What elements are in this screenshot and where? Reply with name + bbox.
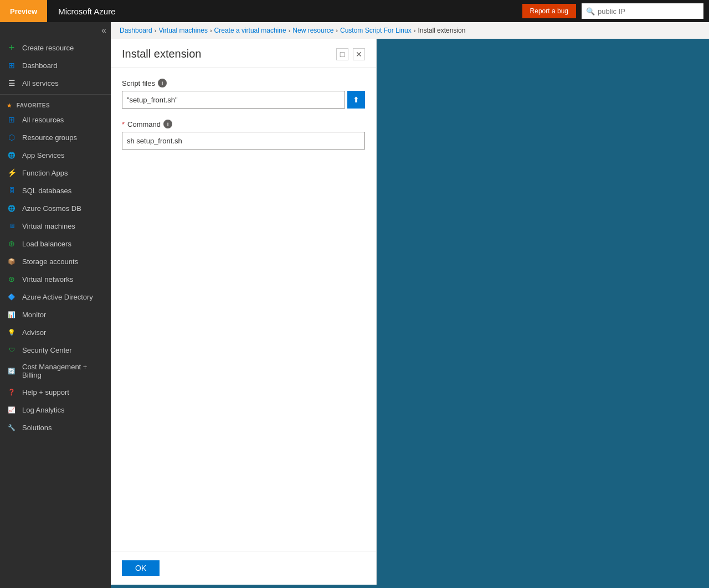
sidebar-item-load-balancers[interactable]: ⊕ Load balancers [0, 235, 111, 252]
main-layout: « + Create resource ⊞ Dashboard ☰ All se… [0, 22, 709, 588]
panel-close-button[interactable]: ✕ [353, 48, 365, 60]
sidebar-item-all-services-label: All services [22, 79, 59, 87]
sidebar-item-cosmos-db[interactable]: 🌐 Azure Cosmos DB [0, 199, 111, 217]
sidebar-item-label: Log Analytics [22, 406, 65, 414]
sidebar-item-storage-accounts[interactable]: 📦 Storage accounts [0, 252, 111, 270]
breadcrumb-virtual-machines[interactable]: Virtual machines [158, 27, 208, 34]
script-files-label: Script files i [122, 79, 365, 87]
sidebar-collapse-button[interactable]: « [0, 22, 111, 39]
sidebar-item-label: Monitor [22, 311, 46, 319]
sidebar-item-advisor[interactable]: 💡 Advisor [0, 323, 111, 341]
sidebar-item-function-apps[interactable]: ⚡ Function Apps [0, 164, 111, 182]
sidebar-item-label: All resources [22, 116, 64, 124]
panel-title: Install extension [122, 48, 201, 60]
breadcrumb-sep-2: › [210, 27, 212, 34]
sidebar-item-label: Azure Active Directory [22, 293, 93, 301]
sidebar-item-label: Cost Management + Billing [22, 363, 104, 379]
panel-minimize-button[interactable]: □ [336, 48, 348, 60]
ok-button[interactable]: OK [122, 560, 160, 576]
function-apps-icon: ⚡ [7, 168, 17, 178]
sidebar-item-dashboard[interactable]: ⊞ Dashboard [0, 56, 111, 74]
script-files-field-group: Script files i ⬆ [122, 79, 365, 109]
sidebar-item-label: Solutions [22, 424, 52, 432]
preview-badge[interactable]: Preview [0, 0, 47, 22]
sidebar-item-label: Load balancers [22, 240, 71, 248]
sidebar-item-label: Help + support [22, 388, 69, 396]
cosmos-db-icon: 🌐 [7, 203, 17, 213]
sidebar-item-all-resources[interactable]: ⊞ All resources [0, 111, 111, 128]
command-input[interactable] [122, 132, 365, 149]
panel-controls: □ ✕ [336, 48, 365, 60]
sidebar-item-monitor[interactable]: 📊 Monitor [0, 306, 111, 323]
right-background [377, 39, 709, 585]
virtual-machines-icon: 🖥 [7, 221, 17, 231]
log-analytics-icon: 📈 [7, 405, 17, 415]
create-resource-icon: + [7, 43, 17, 53]
breadcrumb-dashboard[interactable]: Dashboard [120, 27, 152, 34]
install-extension-panel: Install extension □ ✕ Script files i [111, 39, 377, 585]
sidebar-item-virtual-machines[interactable]: 🖥 Virtual machines [0, 217, 111, 235]
all-resources-icon: ⊞ [7, 115, 17, 125]
topbar: Preview Microsoft Azure Report a bug 🔍 [0, 0, 709, 22]
script-files-input[interactable] [122, 91, 345, 109]
content-area: Dashboard › Virtual machines › Create a … [111, 22, 709, 588]
sidebar-item-label: SQL databases [22, 187, 71, 195]
script-files-input-row: ⬆ [122, 91, 365, 109]
app-services-icon: 🌐 [7, 150, 17, 160]
sql-databases-icon: 🗄 [7, 185, 17, 195]
script-upload-button[interactable]: ⬆ [347, 91, 365, 109]
virtual-networks-icon: ⊛ [7, 274, 17, 284]
storage-accounts-icon: 📦 [7, 256, 17, 266]
breadcrumb-sep-3: › [289, 27, 291, 34]
command-info-icon[interactable]: i [163, 120, 172, 128]
dashboard-icon: ⊞ [7, 60, 17, 70]
breadcrumb-new-resource[interactable]: New resource [292, 27, 333, 34]
sidebar-item-solutions[interactable]: 🔧 Solutions [0, 419, 111, 436]
sidebar-item-label: App Services [22, 151, 65, 159]
sidebar-item-log-analytics[interactable]: 📈 Log Analytics [0, 401, 111, 419]
security-center-icon: 🛡 [7, 345, 17, 355]
sidebar-item-label: Security Center [22, 346, 72, 354]
sidebar-item-dashboard-label: Dashboard [22, 61, 58, 70]
azure-ad-icon: 🔷 [7, 292, 17, 302]
cost-management-icon: 🔄 [7, 366, 17, 376]
sidebar-item-virtual-networks[interactable]: ⊛ Virtual networks [0, 270, 111, 288]
sidebar-item-cost-management[interactable]: 🔄 Cost Management + Billing [0, 359, 111, 383]
sidebar-item-create-resource[interactable]: + Create resource [0, 39, 111, 56]
sidebar-item-create-resource-label: Create resource [22, 44, 74, 52]
required-indicator: * [122, 120, 125, 128]
breadcrumb-sep-1: › [155, 27, 157, 34]
help-support-icon: ❓ [7, 387, 17, 397]
panel-body: Script files i ⬆ * [111, 68, 376, 551]
load-balancers-icon: ⊕ [7, 239, 17, 249]
sidebar-item-security-center[interactable]: 🛡 Security Center [0, 341, 111, 359]
sidebar-item-help-support[interactable]: ❓ Help + support [0, 383, 111, 401]
sidebar-item-sql-databases[interactable]: 🗄 SQL databases [0, 182, 111, 199]
global-search-box[interactable]: 🔍 [582, 3, 703, 19]
sidebar-item-label: Virtual networks [22, 275, 73, 283]
search-input[interactable] [598, 7, 699, 16]
sidebar-item-resource-groups[interactable]: ⬡ Resource groups [0, 128, 111, 146]
sidebar: « + Create resource ⊞ Dashboard ☰ All se… [0, 22, 111, 588]
breadcrumb: Dashboard › Virtual machines › Create a … [111, 22, 709, 39]
solutions-icon: 🔧 [7, 422, 17, 432]
breadcrumb-create-vm[interactable]: Create a virtual machine [214, 27, 286, 34]
sidebar-item-all-services[interactable]: ☰ All services [0, 74, 111, 92]
breadcrumb-custom-script[interactable]: Custom Script For Linux [340, 27, 412, 34]
upload-icon: ⬆ [353, 95, 359, 104]
advisor-icon: 💡 [7, 327, 17, 337]
breadcrumb-current: Install extension [418, 27, 465, 34]
script-files-info-icon[interactable]: i [158, 79, 167, 87]
sidebar-item-label: Function Apps [22, 169, 68, 177]
app-title: Microsoft Azure [47, 7, 126, 16]
sidebar-item-label: Azure Cosmos DB [22, 204, 81, 213]
breadcrumb-sep-4: › [336, 27, 338, 34]
resource-groups-icon: ⬡ [7, 132, 17, 142]
sidebar-item-label: Virtual machines [22, 222, 75, 230]
sidebar-item-app-services[interactable]: 🌐 App Services [0, 146, 111, 164]
panel-header: Install extension □ ✕ [111, 39, 376, 68]
report-bug-button[interactable]: Report a bug [522, 4, 576, 18]
all-services-icon: ☰ [7, 78, 17, 88]
favorites-section-label: ★ FAVORITES [0, 97, 111, 111]
sidebar-item-azure-active-directory[interactable]: 🔷 Azure Active Directory [0, 288, 111, 306]
